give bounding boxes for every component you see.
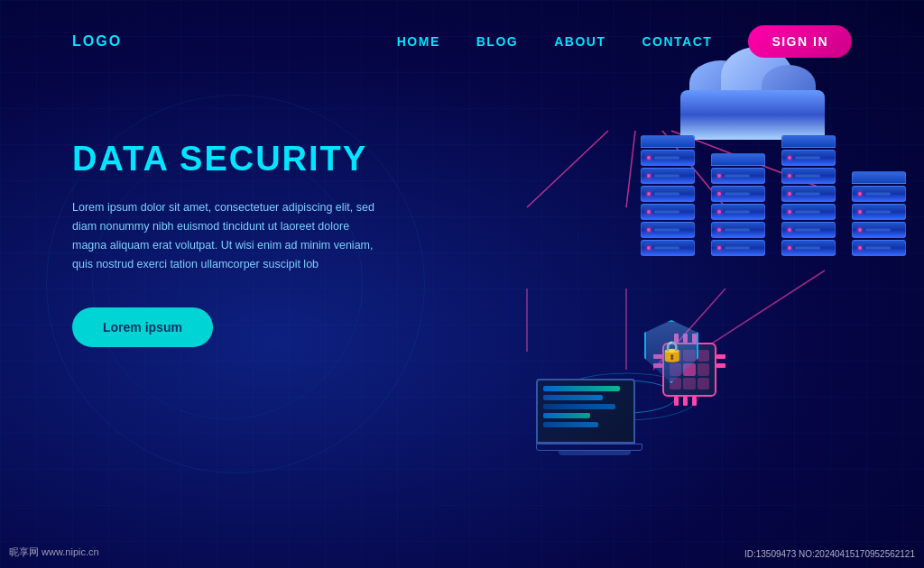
navbar: LOGO HOME BLOG ABOUT CONTACT SIGN IN — [0, 0, 924, 58]
watermark-logo: 昵享网 www.nipic.cn — [9, 545, 99, 559]
nav-link-blog[interactable]: BLOG — [476, 34, 518, 49]
nav-links: HOME BLOG ABOUT CONTACT SIGN IN — [397, 25, 852, 58]
nav-link-contact[interactable]: CONTACT — [642, 34, 712, 49]
hero-description: Lorem ipsum dolor sit amet, consectetuer… — [72, 198, 379, 275]
hero-title: DATA SECURITY — [72, 139, 379, 180]
hero-cta-button[interactable]: Lorem ipsum — [72, 307, 213, 347]
signin-button[interactable]: SIGN IN — [748, 25, 852, 58]
laptop-base — [536, 444, 642, 451]
nav-logo[interactable]: LOGO — [72, 33, 122, 50]
nav-link-about[interactable]: ABOUT — [554, 34, 605, 49]
nipic-id-text: ID:13509473 NO:20240415170952562121 — [744, 549, 915, 559]
main-content: DATA SECURITY Lorem ipsum dolor sit amet… — [0, 58, 924, 347]
laptop-stand — [559, 451, 631, 455]
laptop-illustration — [536, 379, 653, 460]
laptop-screen — [536, 379, 635, 444]
hero-section: DATA SECURITY Lorem ipsum dolor sit amet… — [72, 139, 379, 347]
nav-link-home[interactable]: HOME — [397, 34, 440, 49]
